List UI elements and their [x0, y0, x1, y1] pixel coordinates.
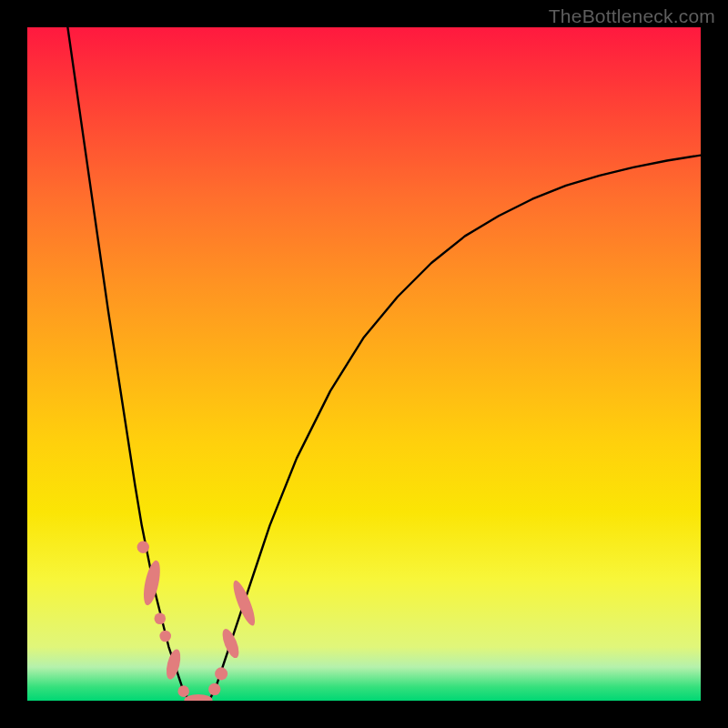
marker-right-dot-1: [215, 667, 228, 680]
marker-left-pill-1: [164, 648, 183, 681]
chart-frame: TheBottleneck.com: [0, 0, 728, 728]
watermark-label: TheBottleneck.com: [549, 5, 715, 27]
marker-left-dot-top: [137, 541, 149, 553]
marker-right-upper-a: [229, 579, 258, 628]
marker-right-upper-b: [219, 627, 242, 661]
chart-svg: [27, 27, 701, 701]
curve-right-branch: [209, 156, 701, 701]
marker-right-dot-2: [208, 683, 220, 695]
curve-left-branch: [67, 27, 188, 701]
marker-left-dot-b: [154, 612, 166, 624]
marker-left-dot-bottom: [177, 685, 189, 697]
marker-floor-pill: [184, 694, 212, 701]
marker-left-dot-a: [159, 631, 171, 642]
plot-area: [27, 27, 701, 701]
marker-left-pill-2: [140, 559, 163, 606]
